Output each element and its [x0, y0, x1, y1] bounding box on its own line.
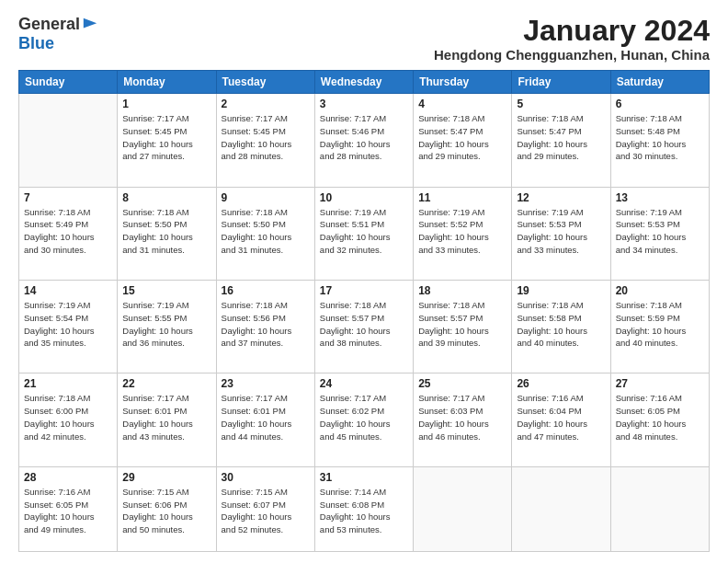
calendar-cell: 19Sunrise: 7:18 AMSunset: 5:58 PMDayligh… [512, 280, 610, 373]
day-number: 15 [122, 284, 210, 297]
day-number: 14 [24, 284, 112, 297]
calendar-table: SundayMondayTuesdayWednesdayThursdayFrid… [18, 70, 710, 552]
day-info: Sunrise: 7:19 AMSunset: 5:54 PMDaylight:… [24, 299, 112, 350]
day-number: 10 [320, 191, 408, 204]
calendar-cell: 17Sunrise: 7:18 AMSunset: 5:57 PMDayligh… [314, 280, 413, 373]
day-info: Sunrise: 7:19 AMSunset: 5:53 PMDaylight:… [616, 206, 704, 257]
calendar-cell: 10Sunrise: 7:19 AMSunset: 5:51 PMDayligh… [314, 187, 413, 280]
calendar-cell: 5Sunrise: 7:18 AMSunset: 5:47 PMDaylight… [512, 94, 610, 187]
svg-marker-0 [84, 17, 97, 28]
day-info: Sunrise: 7:15 AMSunset: 6:07 PMDaylight:… [222, 486, 310, 536]
calendar-cell: 25Sunrise: 7:17 AMSunset: 6:03 PMDayligh… [414, 373, 512, 466]
day-info: Sunrise: 7:18 AMSunset: 5:50 PMDaylight:… [122, 206, 210, 257]
day-number: 29 [122, 471, 210, 484]
calendar-cell: 11Sunrise: 7:19 AMSunset: 5:52 PMDayligh… [414, 187, 512, 280]
day-info: Sunrise: 7:16 AMSunset: 6:04 PMDaylight:… [517, 392, 605, 442]
day-number: 24 [320, 377, 408, 390]
calendar-cell: 12Sunrise: 7:19 AMSunset: 5:53 PMDayligh… [512, 187, 610, 280]
calendar-cell [512, 466, 610, 551]
day-number: 4 [418, 98, 506, 110]
day-info: Sunrise: 7:18 AMSunset: 5:47 PMDaylight:… [517, 112, 605, 163]
day-number: 8 [122, 191, 210, 204]
day-info: Sunrise: 7:17 AMSunset: 6:03 PMDaylight:… [418, 392, 506, 442]
calendar-cell: 13Sunrise: 7:19 AMSunset: 5:53 PMDayligh… [610, 187, 709, 280]
day-number: 28 [24, 471, 112, 484]
calendar-cell: 24Sunrise: 7:17 AMSunset: 6:02 PMDayligh… [314, 373, 413, 466]
day-header-saturday: Saturday [610, 71, 709, 94]
calendar-cell: 8Sunrise: 7:18 AMSunset: 5:50 PMDaylight… [118, 187, 216, 280]
calendar-cell: 18Sunrise: 7:18 AMSunset: 5:57 PMDayligh… [414, 280, 512, 373]
calendar-cell [610, 466, 709, 551]
day-info: Sunrise: 7:17 AMSunset: 6:01 PMDaylight:… [222, 392, 310, 442]
day-info: Sunrise: 7:18 AMSunset: 5:47 PMDaylight:… [418, 112, 506, 163]
week-row-3: 14Sunrise: 7:19 AMSunset: 5:54 PMDayligh… [19, 280, 710, 373]
day-info: Sunrise: 7:14 AMSunset: 6:08 PMDaylight:… [320, 486, 408, 536]
day-number: 27 [616, 377, 704, 390]
day-info: Sunrise: 7:17 AMSunset: 5:46 PMDaylight:… [320, 112, 408, 163]
logo-flag-icon [82, 17, 98, 33]
day-number: 18 [418, 284, 506, 297]
day-info: Sunrise: 7:19 AMSunset: 5:51 PMDaylight:… [320, 206, 408, 257]
location: Hengdong Chengguanzhen, Hunan, China [434, 47, 710, 63]
day-number: 12 [517, 191, 605, 204]
calendar-cell [414, 466, 512, 551]
day-info: Sunrise: 7:17 AMSunset: 5:45 PMDaylight:… [222, 112, 310, 163]
calendar-cell: 6Sunrise: 7:18 AMSunset: 5:48 PMDaylight… [610, 94, 709, 187]
day-number: 11 [418, 191, 506, 204]
calendar-cell: 31Sunrise: 7:14 AMSunset: 6:08 PMDayligh… [314, 466, 413, 551]
day-header-monday: Monday [118, 71, 216, 94]
day-header-sunday: Sunday [19, 71, 118, 94]
day-info: Sunrise: 7:16 AMSunset: 6:05 PMDaylight:… [24, 486, 112, 536]
calendar-cell: 22Sunrise: 7:17 AMSunset: 6:01 PMDayligh… [118, 373, 216, 466]
day-info: Sunrise: 7:16 AMSunset: 6:05 PMDaylight:… [616, 392, 704, 442]
title-block: January 2024 Hengdong Chengguanzhen, Hun… [434, 15, 710, 63]
day-info: Sunrise: 7:19 AMSunset: 5:52 PMDaylight:… [418, 206, 506, 257]
day-number: 9 [222, 191, 310, 204]
day-number: 21 [24, 377, 112, 390]
calendar-cell: 20Sunrise: 7:18 AMSunset: 5:59 PMDayligh… [610, 280, 709, 373]
calendar-cell: 30Sunrise: 7:15 AMSunset: 6:07 PMDayligh… [216, 466, 314, 551]
day-number: 23 [222, 377, 310, 390]
week-row-5: 28Sunrise: 7:16 AMSunset: 6:05 PMDayligh… [19, 466, 710, 551]
day-info: Sunrise: 7:17 AMSunset: 6:01 PMDaylight:… [122, 392, 210, 442]
calendar-header-row: SundayMondayTuesdayWednesdayThursdayFrid… [19, 71, 710, 94]
day-info: Sunrise: 7:18 AMSunset: 5:56 PMDaylight:… [222, 299, 310, 350]
day-info: Sunrise: 7:18 AMSunset: 5:57 PMDaylight:… [320, 299, 408, 350]
calendar-cell: 7Sunrise: 7:18 AMSunset: 5:49 PMDaylight… [19, 187, 118, 280]
day-number: 16 [222, 284, 310, 297]
header: General Blue January 2024 Hengdong Cheng… [18, 15, 710, 63]
day-header-thursday: Thursday [414, 71, 512, 94]
day-info: Sunrise: 7:19 AMSunset: 5:55 PMDaylight:… [122, 299, 210, 350]
day-number: 3 [320, 98, 408, 110]
calendar-cell: 27Sunrise: 7:16 AMSunset: 6:05 PMDayligh… [610, 373, 709, 466]
day-info: Sunrise: 7:15 AMSunset: 6:06 PMDaylight:… [122, 486, 210, 536]
page: General Blue January 2024 Hengdong Cheng… [0, 0, 728, 563]
logo-blue-text: Blue [18, 34, 54, 53]
calendar-cell: 15Sunrise: 7:19 AMSunset: 5:55 PMDayligh… [118, 280, 216, 373]
calendar-cell: 21Sunrise: 7:18 AMSunset: 6:00 PMDayligh… [19, 373, 118, 466]
day-info: Sunrise: 7:18 AMSunset: 5:48 PMDaylight:… [616, 112, 704, 163]
day-info: Sunrise: 7:18 AMSunset: 5:49 PMDaylight:… [24, 206, 112, 257]
day-info: Sunrise: 7:18 AMSunset: 5:58 PMDaylight:… [517, 299, 605, 350]
day-header-tuesday: Tuesday [216, 71, 314, 94]
day-number: 5 [517, 98, 605, 110]
month-title: January 2024 [434, 15, 710, 47]
day-header-friday: Friday [512, 71, 610, 94]
day-info: Sunrise: 7:17 AMSunset: 6:02 PMDaylight:… [320, 392, 408, 442]
day-number: 7 [24, 191, 112, 204]
calendar-cell: 23Sunrise: 7:17 AMSunset: 6:01 PMDayligh… [216, 373, 314, 466]
day-number: 20 [616, 284, 704, 297]
calendar-cell: 28Sunrise: 7:16 AMSunset: 6:05 PMDayligh… [19, 466, 118, 551]
week-row-1: 1Sunrise: 7:17 AMSunset: 5:45 PMDaylight… [19, 94, 710, 187]
logo: General Blue [18, 15, 98, 53]
day-number: 31 [320, 471, 408, 484]
calendar-cell: 1Sunrise: 7:17 AMSunset: 5:45 PMDaylight… [118, 94, 216, 187]
day-info: Sunrise: 7:18 AMSunset: 6:00 PMDaylight:… [24, 392, 112, 442]
day-number: 2 [222, 98, 310, 110]
calendar-cell: 4Sunrise: 7:18 AMSunset: 5:47 PMDaylight… [414, 94, 512, 187]
day-info: Sunrise: 7:19 AMSunset: 5:53 PMDaylight:… [517, 206, 605, 257]
calendar-cell: 2Sunrise: 7:17 AMSunset: 5:45 PMDaylight… [216, 94, 314, 187]
day-number: 19 [517, 284, 605, 297]
day-header-wednesday: Wednesday [314, 71, 413, 94]
calendar-cell: 9Sunrise: 7:18 AMSunset: 5:50 PMDaylight… [216, 187, 314, 280]
